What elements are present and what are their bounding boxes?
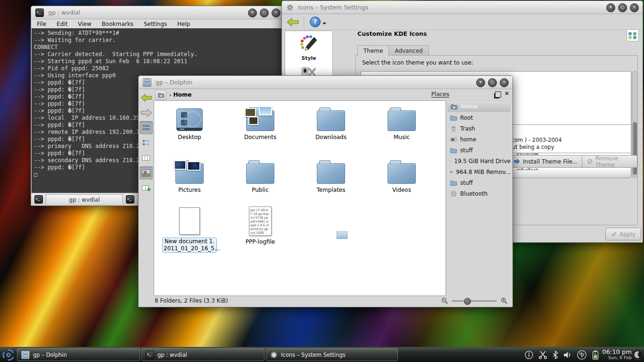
minimize-button[interactable]: ▾ [476,78,485,87]
menu-view[interactable]: View [78,21,91,27]
gear-icon [286,4,294,11]
zoom-slider[interactable] [452,298,497,304]
file-item[interactable]: Music [373,106,430,141]
menu-settings[interactable]: Settings [144,21,167,27]
place-removable[interactable]: 964.8 MiB Remov... [447,166,511,177]
task-system-settings[interactable]: Icons – System Settings [266,348,398,361]
drive-icon [450,157,451,165]
gear-icon [270,351,278,359]
device-notifier-usb-icon[interactable] [577,350,587,360]
battery-icon[interactable] [591,350,600,360]
help-button[interactable]: ? [310,16,321,27]
details-view-button[interactable] [140,136,153,149]
remove-theme-button[interactable]: Remove Theme [582,155,637,168]
terminal-icon [35,8,44,17]
folder-view[interactable]: Desktop Documents Downloads Music [154,100,446,296]
file-item[interactable]: Public [232,158,289,194]
place-stuff-2[interactable]: stuff [447,177,511,188]
places-panel-title: Places [431,91,449,98]
trash-icon [450,125,457,132]
task-dolphin[interactable]: gp – Dolphin [17,348,140,361]
tab-list-button[interactable] [126,195,134,204]
file-item[interactable]: Jan 17 09:4 7:18 gp-Asp ire-5738 pp pd[1… [232,206,289,246]
folder-icon [388,163,416,184]
forward-button[interactable] [140,106,153,119]
minimize-button[interactable]: ▾ [248,8,257,17]
minimize-button[interactable]: ▾ [606,3,615,12]
sidebar-item-label: Style [285,55,332,61]
columns-view-button[interactable] [140,151,153,165]
file-item[interactable]: Videos [373,158,430,194]
system-settings-toolbar: ? [282,14,643,30]
panel-cashew-icon[interactable] [632,349,643,360]
file-item[interactable]: Desktop [161,106,218,141]
info-icon[interactable] [524,350,534,360]
task-konsole[interactable]: gp : wvdial [141,348,264,361]
logfile-preview-icon: Jan 17 09:4 7:18 gp-Asp ire-5738 pp pd[1… [249,206,272,236]
file-item[interactable]: Templates [303,158,359,194]
icons-view-button[interactable] [140,121,153,134]
clock[interactable]: 06:10 pm Sun, 6 Feb [602,349,632,361]
volume-icon[interactable] [563,350,572,360]
tab-advanced[interactable]: Advanced [389,45,429,56]
select-theme-label: Select the icon theme you want to use: [362,59,473,66]
window-title: gp : wvdial [48,9,80,16]
panel-float-icon[interactable] [495,91,501,98]
place-root[interactable]: Root [447,112,511,123]
home-icon [157,91,165,99]
place-home[interactable]: Home [447,100,511,112]
maximize-button[interactable]: ○ [260,8,269,17]
file-item[interactable]: Documents [232,106,289,141]
menu-edit[interactable]: Edit [57,21,67,27]
place-hard-drive[interactable]: 19.5 GiB Hard Drive [447,156,511,166]
folder-icon [450,147,457,154]
places-panel: Home Root Trash home stuff 19.5 GiB Hard… [447,100,511,199]
split-view-button[interactable] [140,181,153,195]
konsole-titlebar[interactable]: gp : wvdial ▾ ○ × [31,6,284,19]
new-tab-button[interactable] [34,195,43,204]
launcher-logo-icon[interactable] [1,348,16,362]
file-item[interactable]: Downloads [303,106,359,141]
install-theme-button[interactable]: Install Theme File... [508,155,584,168]
place-stuff[interactable]: stuff [447,145,511,156]
dolphin-titlebar[interactable]: gp – Dolphin ▾ ○ × [139,76,512,89]
place-home-partition[interactable]: home [447,134,511,145]
pictures-folder-icon [175,163,204,184]
breadcrumb-home-button[interactable] [155,90,166,100]
file-item-selected[interactable]: New document 1. 2011_01_20_16_5... [161,206,218,253]
apply-button[interactable]: Apply [605,228,641,240]
check-icon [611,231,617,237]
menu-bookmarks[interactable]: Bookmarks [102,21,133,27]
menu-file[interactable]: File [37,21,46,27]
preview-icon [141,169,151,177]
panel-close-icon[interactable]: × [504,90,509,97]
back-button[interactable] [140,91,153,104]
bluetooth-icon[interactable] [552,350,559,360]
tab-wvdial[interactable]: gp : wvdial [46,194,123,205]
sidebar-item-style[interactable]: Style [285,34,332,61]
klipper-scissors-icon[interactable] [538,350,548,360]
place-trash[interactable]: Trash [447,123,511,134]
maximize-button[interactable]: ○ [618,3,627,12]
close-button[interactable]: × [272,8,281,17]
zoom-in-icon[interactable] [501,297,507,304]
status-bar: 8 Folders, 2 Files (3.3 KiB) [139,295,512,306]
style-pencil-icon [299,34,319,54]
menu-help[interactable]: Help [177,21,190,27]
breadcrumb-current[interactable]: Home [173,91,192,98]
zoom-out-icon[interactable] [441,297,448,304]
close-button[interactable]: × [630,3,639,12]
tab-theme[interactable]: Theme [357,45,389,56]
dolphin-window[interactable]: gp – Dolphin ▾ ○ × › Home Places × [138,75,513,307]
home-icon [450,103,458,110]
preview-toggle-button[interactable] [140,166,153,180]
chevron-down-icon [322,23,326,26]
desktop-screen: gp : wvdial ▾ ○ × File Edit View Bookmar… [0,0,644,362]
system-settings-titlebar[interactable]: Icons – System Settings ▾ ○ × [282,1,643,14]
zoom-slider-handle[interactable] [464,298,471,305]
close-button[interactable]: × [500,78,509,87]
place-bluetooth[interactable]: Bluetooth [447,188,511,199]
back-button[interactable] [287,17,299,27]
maximize-button[interactable]: ○ [488,78,497,87]
file-item[interactable]: Pictures [161,158,218,194]
